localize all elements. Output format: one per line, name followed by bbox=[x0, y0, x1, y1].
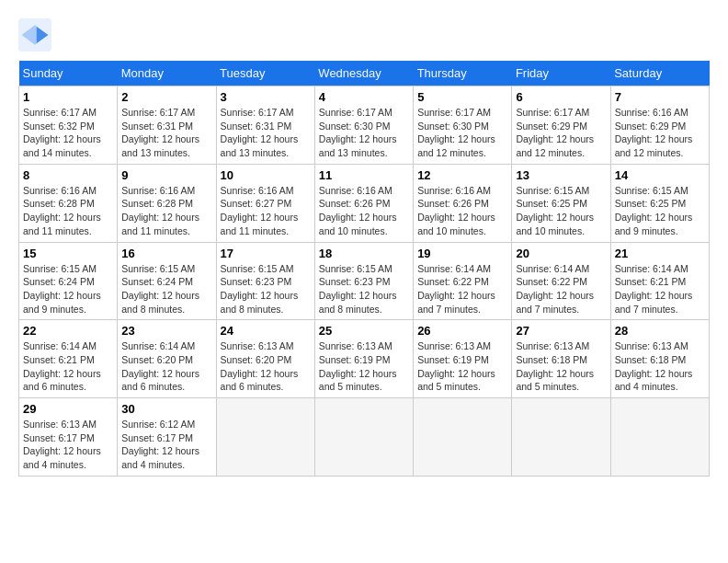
weekday-header-sunday: Sunday bbox=[19, 61, 118, 86]
day-number: 1 bbox=[23, 90, 113, 104]
day-number: 28 bbox=[615, 324, 705, 338]
day-info: Sunrise: 6:16 AM Sunset: 6:26 PM Dayligh… bbox=[319, 184, 409, 238]
day-number: 13 bbox=[516, 168, 606, 182]
logo-icon bbox=[18, 18, 51, 52]
calendar-day-23: 23Sunrise: 6:14 AM Sunset: 6:20 PM Dayli… bbox=[118, 320, 216, 398]
day-info: Sunrise: 6:15 AM Sunset: 6:24 PM Dayligh… bbox=[121, 262, 211, 316]
day-info: Sunrise: 6:16 AM Sunset: 6:26 PM Dayligh… bbox=[417, 184, 507, 238]
day-number: 21 bbox=[615, 247, 705, 260]
day-number: 16 bbox=[121, 247, 211, 260]
day-info: Sunrise: 6:17 AM Sunset: 6:32 PM Dayligh… bbox=[23, 106, 113, 160]
calendar-day-empty bbox=[216, 398, 314, 477]
calendar-day-25: 25Sunrise: 6:13 AM Sunset: 6:19 PM Dayli… bbox=[314, 320, 413, 398]
day-number: 22 bbox=[23, 324, 113, 338]
day-number: 14 bbox=[615, 168, 705, 182]
calendar-header: SundayMondayTuesdayWednesdayThursdayFrid… bbox=[19, 61, 710, 86]
weekday-header-wednesday: Wednesday bbox=[314, 61, 413, 86]
calendar-day-10: 10Sunrise: 6:16 AM Sunset: 6:27 PM Dayli… bbox=[216, 164, 314, 242]
calendar-day-13: 13Sunrise: 6:15 AM Sunset: 6:25 PM Dayli… bbox=[512, 164, 610, 242]
day-number: 8 bbox=[23, 168, 113, 182]
day-info: Sunrise: 6:17 AM Sunset: 6:30 PM Dayligh… bbox=[319, 106, 409, 160]
calendar-day-1: 1Sunrise: 6:17 AM Sunset: 6:32 PM Daylig… bbox=[19, 86, 118, 165]
weekday-row: SundayMondayTuesdayWednesdayThursdayFrid… bbox=[19, 61, 710, 86]
calendar-day-6: 6Sunrise: 6:17 AM Sunset: 6:29 PM Daylig… bbox=[512, 86, 610, 165]
calendar-week-1: 1Sunrise: 6:17 AM Sunset: 6:32 PM Daylig… bbox=[19, 86, 710, 165]
calendar-day-27: 27Sunrise: 6:13 AM Sunset: 6:18 PM Dayli… bbox=[512, 320, 610, 398]
calendar-day-5: 5Sunrise: 6:17 AM Sunset: 6:30 PM Daylig… bbox=[414, 86, 512, 165]
calendar-day-2: 2Sunrise: 6:17 AM Sunset: 6:31 PM Daylig… bbox=[118, 86, 216, 165]
calendar-week-5: 29Sunrise: 6:13 AM Sunset: 6:17 PM Dayli… bbox=[19, 398, 710, 477]
calendar-week-4: 22Sunrise: 6:14 AM Sunset: 6:21 PM Dayli… bbox=[19, 320, 710, 398]
day-info: Sunrise: 6:16 AM Sunset: 6:28 PM Dayligh… bbox=[23, 184, 113, 238]
day-number: 9 bbox=[121, 168, 211, 182]
day-number: 12 bbox=[417, 168, 507, 182]
weekday-header-thursday: Thursday bbox=[414, 61, 512, 86]
calendar-day-30: 30Sunrise: 6:12 AM Sunset: 6:17 PM Dayli… bbox=[118, 398, 216, 477]
calendar-day-empty bbox=[414, 398, 512, 477]
day-number: 27 bbox=[516, 324, 606, 338]
calendar-day-11: 11Sunrise: 6:16 AM Sunset: 6:26 PM Dayli… bbox=[314, 164, 413, 242]
calendar-day-17: 17Sunrise: 6:15 AM Sunset: 6:23 PM Dayli… bbox=[216, 242, 314, 320]
day-number: 11 bbox=[319, 168, 409, 182]
calendar-week-2: 8Sunrise: 6:16 AM Sunset: 6:28 PM Daylig… bbox=[19, 164, 710, 242]
calendar-week-3: 15Sunrise: 6:15 AM Sunset: 6:24 PM Dayli… bbox=[19, 242, 710, 320]
day-number: 18 bbox=[319, 247, 409, 260]
calendar-day-empty bbox=[512, 398, 610, 477]
day-info: Sunrise: 6:15 AM Sunset: 6:23 PM Dayligh… bbox=[319, 262, 409, 316]
day-number: 15 bbox=[23, 247, 113, 260]
day-info: Sunrise: 6:14 AM Sunset: 6:22 PM Dayligh… bbox=[417, 262, 507, 316]
day-info: Sunrise: 6:17 AM Sunset: 6:30 PM Dayligh… bbox=[417, 106, 507, 160]
calendar-day-21: 21Sunrise: 6:14 AM Sunset: 6:21 PM Dayli… bbox=[610, 242, 709, 320]
calendar-day-18: 18Sunrise: 6:15 AM Sunset: 6:23 PM Dayli… bbox=[314, 242, 413, 320]
day-number: 6 bbox=[516, 90, 606, 104]
day-number: 19 bbox=[417, 247, 507, 260]
calendar-day-26: 26Sunrise: 6:13 AM Sunset: 6:19 PM Dayli… bbox=[414, 320, 512, 398]
day-info: Sunrise: 6:13 AM Sunset: 6:18 PM Dayligh… bbox=[615, 339, 705, 394]
calendar-day-empty bbox=[610, 398, 709, 477]
calendar-day-12: 12Sunrise: 6:16 AM Sunset: 6:26 PM Dayli… bbox=[414, 164, 512, 242]
calendar-day-16: 16Sunrise: 6:15 AM Sunset: 6:24 PM Dayli… bbox=[118, 242, 216, 320]
day-number: 26 bbox=[417, 324, 507, 338]
calendar-day-29: 29Sunrise: 6:13 AM Sunset: 6:17 PM Dayli… bbox=[19, 398, 118, 477]
day-info: Sunrise: 6:14 AM Sunset: 6:21 PM Dayligh… bbox=[615, 262, 705, 316]
calendar-day-8: 8Sunrise: 6:16 AM Sunset: 6:28 PM Daylig… bbox=[19, 164, 118, 242]
logo bbox=[18, 18, 55, 52]
day-info: Sunrise: 6:14 AM Sunset: 6:21 PM Dayligh… bbox=[23, 339, 113, 394]
calendar-day-7: 7Sunrise: 6:16 AM Sunset: 6:29 PM Daylig… bbox=[610, 86, 709, 165]
day-number: 7 bbox=[615, 90, 705, 104]
calendar-table: SundayMondayTuesdayWednesdayThursdayFrid… bbox=[18, 61, 710, 477]
day-number: 17 bbox=[221, 247, 311, 260]
day-number: 23 bbox=[121, 324, 211, 338]
calendar-day-14: 14Sunrise: 6:15 AM Sunset: 6:25 PM Dayli… bbox=[610, 164, 709, 242]
day-info: Sunrise: 6:17 AM Sunset: 6:29 PM Dayligh… bbox=[516, 106, 606, 160]
calendar-day-15: 15Sunrise: 6:15 AM Sunset: 6:24 PM Dayli… bbox=[19, 242, 118, 320]
day-info: Sunrise: 6:13 AM Sunset: 6:19 PM Dayligh… bbox=[319, 339, 409, 394]
day-number: 4 bbox=[319, 90, 409, 104]
day-number: 29 bbox=[23, 402, 113, 416]
calendar-day-28: 28Sunrise: 6:13 AM Sunset: 6:18 PM Dayli… bbox=[610, 320, 709, 398]
page-header bbox=[18, 18, 710, 52]
calendar-day-20: 20Sunrise: 6:14 AM Sunset: 6:22 PM Dayli… bbox=[512, 242, 610, 320]
calendar-day-9: 9Sunrise: 6:16 AM Sunset: 6:28 PM Daylig… bbox=[118, 164, 216, 242]
day-number: 5 bbox=[417, 90, 507, 104]
day-info: Sunrise: 6:14 AM Sunset: 6:22 PM Dayligh… bbox=[516, 262, 606, 316]
calendar-day-3: 3Sunrise: 6:17 AM Sunset: 6:31 PM Daylig… bbox=[216, 86, 314, 165]
day-number: 10 bbox=[221, 168, 311, 182]
day-info: Sunrise: 6:17 AM Sunset: 6:31 PM Dayligh… bbox=[121, 106, 211, 160]
calendar-body: 1Sunrise: 6:17 AM Sunset: 6:32 PM Daylig… bbox=[19, 86, 710, 477]
calendar-day-4: 4Sunrise: 6:17 AM Sunset: 6:30 PM Daylig… bbox=[314, 86, 413, 165]
calendar-day-empty bbox=[314, 398, 413, 477]
calendar-day-19: 19Sunrise: 6:14 AM Sunset: 6:22 PM Dayli… bbox=[414, 242, 512, 320]
calendar-day-24: 24Sunrise: 6:13 AM Sunset: 6:20 PM Dayli… bbox=[216, 320, 314, 398]
day-number: 2 bbox=[121, 90, 211, 104]
day-info: Sunrise: 6:15 AM Sunset: 6:24 PM Dayligh… bbox=[23, 262, 113, 316]
day-info: Sunrise: 6:15 AM Sunset: 6:25 PM Dayligh… bbox=[516, 184, 606, 238]
weekday-header-friday: Friday bbox=[512, 61, 610, 86]
day-info: Sunrise: 6:13 AM Sunset: 6:18 PM Dayligh… bbox=[516, 339, 606, 394]
day-info: Sunrise: 6:13 AM Sunset: 6:19 PM Dayligh… bbox=[417, 339, 507, 394]
day-info: Sunrise: 6:17 AM Sunset: 6:31 PM Dayligh… bbox=[221, 106, 311, 160]
day-info: Sunrise: 6:13 AM Sunset: 6:20 PM Dayligh… bbox=[221, 339, 311, 394]
day-info: Sunrise: 6:15 AM Sunset: 6:25 PM Dayligh… bbox=[615, 184, 705, 238]
day-info: Sunrise: 6:16 AM Sunset: 6:28 PM Dayligh… bbox=[121, 184, 211, 238]
day-number: 25 bbox=[319, 324, 409, 338]
